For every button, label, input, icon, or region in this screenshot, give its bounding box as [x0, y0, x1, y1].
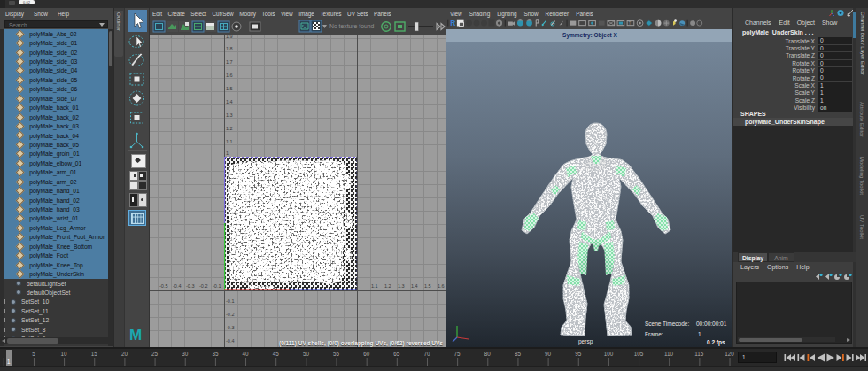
- svg-text:R: R: [450, 19, 455, 27]
- svg-text:T: T: [628, 21, 631, 26]
